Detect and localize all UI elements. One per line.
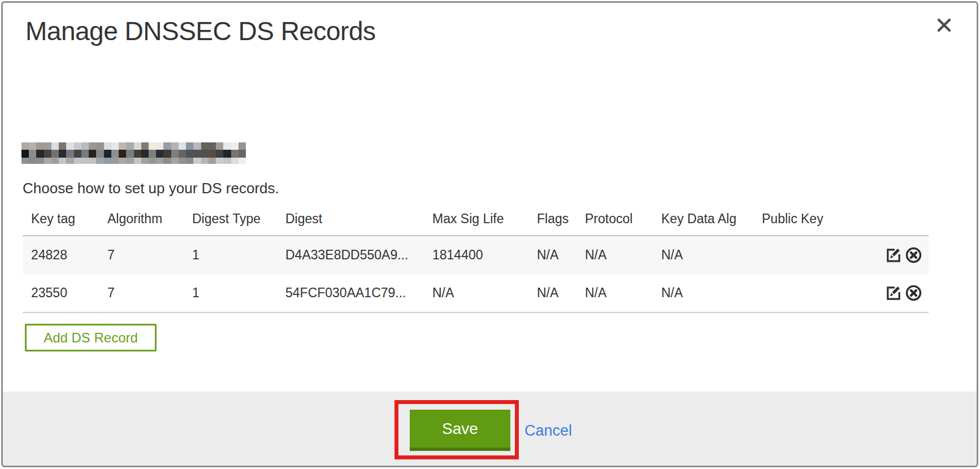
add-ds-record-button[interactable]: Add DS Record (25, 324, 157, 351)
save-button[interactable]: Save (410, 410, 510, 451)
col-flags: Flags (528, 205, 576, 236)
cell-max-sig-life: 1814400 (424, 236, 528, 274)
table-row: 23550 7 1 54FCF030AA1C79... N/A N/A N/A … (23, 274, 929, 312)
cell-public-key (753, 274, 838, 312)
close-button[interactable] (934, 16, 954, 36)
cell-key-data-alg: N/A (653, 274, 753, 312)
cell-algorithm: 7 (99, 274, 184, 312)
cell-flags: N/A (528, 236, 576, 274)
cell-key-tag: 23550 (23, 274, 99, 312)
dialog-title: Manage DNSSEC DS Records (25, 16, 375, 46)
cell-digest: 54FCF030AA1C79... (277, 274, 424, 312)
row-actions (838, 236, 929, 274)
col-digest-type: Digest Type (184, 205, 277, 236)
col-protocol: Protocol (576, 205, 653, 236)
instruction-text: Choose how to set up your DS records. (23, 180, 279, 197)
edit-icon (884, 246, 903, 264)
table-header-row: Key tag Algorithm Digest Type Digest Max… (23, 205, 929, 236)
delete-icon (904, 246, 923, 264)
row-actions (838, 274, 929, 312)
close-icon (936, 18, 952, 35)
col-public-key: Public Key (753, 205, 838, 236)
edit-icon (884, 284, 903, 302)
delete-record-button[interactable] (904, 246, 923, 265)
cell-digest: D4A33E8DD550A9... (277, 236, 424, 274)
col-digest: Digest (277, 205, 424, 236)
cell-digest-type: 1 (184, 236, 277, 274)
col-algorithm: Algorithm (99, 205, 184, 236)
edit-record-button[interactable] (883, 284, 903, 303)
cell-max-sig-life: N/A (424, 274, 528, 312)
cell-flags: N/A (528, 274, 576, 312)
edit-record-button[interactable] (883, 246, 903, 265)
cell-algorithm: 7 (99, 236, 184, 274)
domain-redacted (21, 142, 246, 164)
cell-protocol: N/A (576, 274, 653, 312)
col-key-tag: Key tag (23, 205, 99, 236)
delete-icon (904, 284, 923, 302)
cell-public-key (753, 236, 838, 274)
cell-digest-type: 1 (184, 274, 277, 312)
cell-key-data-alg: N/A (653, 236, 753, 274)
cancel-link[interactable]: Cancel (524, 422, 572, 440)
delete-record-button[interactable] (904, 284, 923, 303)
ds-records-table: Key tag Algorithm Digest Type Digest Max… (23, 205, 929, 313)
table-row: 24828 7 1 D4A33E8DD550A9... 1814400 N/A … (23, 236, 929, 274)
col-actions (838, 205, 929, 236)
cell-key-tag: 24828 (23, 236, 99, 274)
col-max-sig-life: Max Sig Life (424, 205, 528, 236)
cell-protocol: N/A (576, 236, 653, 274)
col-key-data-alg: Key Data Alg (653, 205, 753, 236)
